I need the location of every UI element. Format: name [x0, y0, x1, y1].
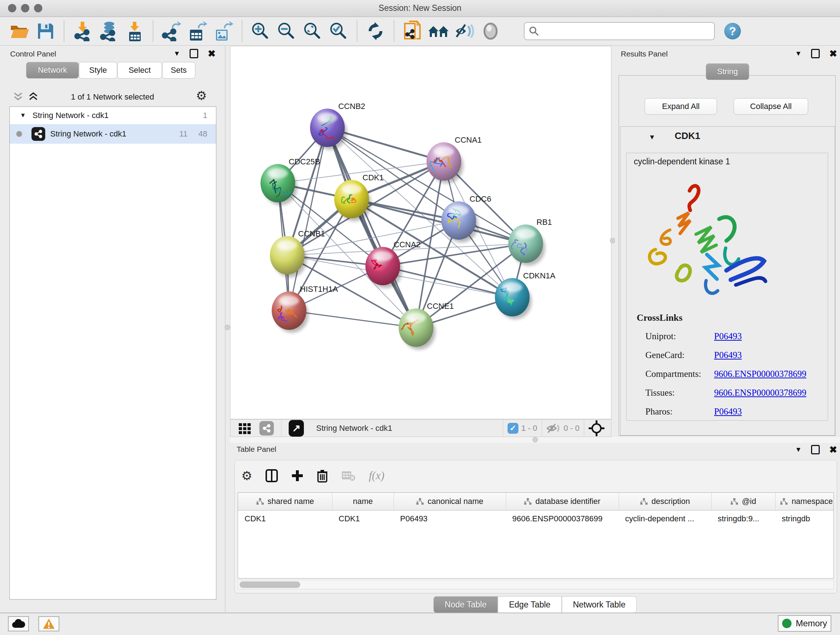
cell-database-identifier[interactable]: 9606.ENSP00000378699	[506, 510, 619, 527]
protein-description: cyclin-dependent kinase 1	[634, 157, 730, 166]
network-collection-row[interactable]: ▼ String Network - cdk1 1	[10, 107, 216, 124]
cell-canonical-name[interactable]: P06493	[393, 510, 506, 527]
tab-node-table[interactable]: Node Table	[433, 596, 498, 613]
tree-expander-icon[interactable]: ▼	[20, 112, 26, 119]
table-gear-icon[interactable]: ⚙	[241, 470, 252, 482]
search-field[interactable]	[524, 22, 715, 40]
crosslink-value-link[interactable]: P06493	[714, 331, 742, 341]
right-splitter-handle[interactable]	[610, 238, 615, 243]
export-network-button[interactable]	[160, 20, 183, 42]
network-view-canvas[interactable]: CCNB2CCNA1CDC25BCDK1CDC6RB1CCNB1CCNA2CDK…	[230, 46, 611, 419]
node-label-CDC6: CDC6	[470, 195, 491, 203]
open-session-button[interactable]	[8, 20, 31, 42]
tab-select[interactable]: Select	[117, 62, 162, 79]
zoom-fit-button[interactable]	[302, 20, 324, 42]
horizontal-splitter-handle[interactable]	[532, 437, 538, 442]
column-header-canonical-name[interactable]: canonical name	[393, 493, 506, 510]
import-network-button[interactable]	[71, 20, 94, 42]
panel-float-menu-icon[interactable]: ▼	[795, 446, 802, 454]
import-table-button[interactable]	[123, 20, 146, 42]
network-node-CCNB2[interactable]: CCNB2	[310, 102, 365, 150]
table-row[interactable]: CDK1 CDK1 P06493 9606.ENSP00000378699 cy…	[238, 510, 834, 527]
protein-expander-icon[interactable]: ▼	[649, 133, 655, 141]
cell-namespace[interactable]: stringdb	[775, 510, 834, 527]
fit-content-crosshair-icon[interactable]	[589, 420, 605, 436]
network-node-CDKN1A[interactable]: CDKN1A	[495, 271, 556, 319]
network-edge-CCNA2-CDKN1A[interactable]	[383, 266, 512, 297]
cell-name[interactable]: CDK1	[332, 510, 393, 527]
panel-minimize-icon[interactable]	[811, 445, 820, 454]
warnings-button[interactable]	[38, 616, 59, 631]
export-table-button[interactable]	[186, 20, 209, 42]
memory-button[interactable]: Memory	[778, 615, 831, 632]
string-style-icon[interactable]	[259, 421, 274, 435]
first-neighbors-button[interactable]	[427, 20, 450, 42]
panel-close-icon[interactable]: ✖	[829, 49, 837, 58]
network-node-CCNB1[interactable]: CCNB1	[270, 229, 325, 277]
delete-column-trash-icon[interactable]	[317, 469, 328, 483]
column-type-icon	[524, 498, 532, 505]
show-all-button[interactable]	[479, 20, 502, 42]
network-row[interactable]: String Network - cdk1 11 48	[10, 124, 216, 144]
zoom-selected-button[interactable]	[327, 20, 350, 42]
tab-sets[interactable]: Sets	[162, 62, 195, 79]
cloud-services-button[interactable]	[8, 616, 29, 631]
select-columns-icon[interactable]	[265, 469, 278, 483]
network-edge-CCNB2-CCNE1[interactable]	[327, 128, 416, 328]
panel-close-icon[interactable]: ✖	[208, 49, 216, 58]
apply-layout-button[interactable]	[364, 20, 387, 42]
crosslink-value-link[interactable]: 9606.ENSP00000378699	[714, 388, 806, 398]
column-header-namespace[interactable]: namespace	[775, 493, 834, 510]
network-edge-CCNB2-HIST1H1A[interactable]	[289, 128, 327, 310]
column-header-shared-name[interactable]: shared name	[238, 493, 332, 510]
cell-description[interactable]: cyclin-dependent ...	[619, 510, 711, 527]
save-session-button[interactable]	[34, 20, 57, 42]
tab-edge-table[interactable]: Edge Table	[498, 596, 562, 613]
delete-table-icon[interactable]	[341, 470, 355, 481]
selected-checkbox-icon[interactable]: ✓	[508, 423, 518, 434]
crosslink-value-link[interactable]: P06493	[714, 407, 742, 417]
column-header-description[interactable]: description	[619, 493, 711, 510]
protein-section: ▼ CDK1 cyclin-dependent kinase 1	[620, 126, 835, 435]
function-builder-icon[interactable]: f(x)	[369, 469, 384, 482]
birds-eye-grid-icon[interactable]	[238, 422, 251, 435]
network-graph[interactable]: CCNB2CCNA1CDC25BCDK1CDC6RB1CCNB1CCNA2CDK…	[231, 46, 611, 419]
search-input[interactable]	[543, 26, 710, 36]
tab-style[interactable]: Style	[79, 62, 117, 79]
tab-string-results[interactable]: String	[706, 63, 749, 80]
zoom-out-button[interactable]	[275, 20, 298, 42]
vertical-splitter-handle[interactable]	[225, 325, 230, 330]
string-import-button[interactable]	[401, 20, 424, 42]
expand-all-button[interactable]: Expand All	[645, 98, 717, 115]
network-panel-gear-icon[interactable]: ⚙	[196, 89, 207, 102]
help-button[interactable]: ?	[724, 23, 741, 40]
column-header-id[interactable]: @id	[711, 493, 775, 510]
cell-id[interactable]: stringdb:9...	[711, 510, 775, 527]
network-node-RB1[interactable]: RB1	[508, 218, 552, 266]
panel-float-menu-icon[interactable]: ▼	[795, 50, 802, 57]
export-image-button[interactable]	[212, 20, 235, 42]
panel-close-icon[interactable]: ✖	[829, 445, 837, 454]
network-node-CCNA1[interactable]: CCNA1	[426, 135, 482, 184]
zoom-in-button[interactable]	[249, 20, 272, 42]
import-network-from-database-button[interactable]	[97, 20, 120, 42]
panel-float-menu-icon[interactable]: ▼	[173, 50, 180, 57]
horizontal-splitter[interactable]	[230, 437, 840, 443]
tab-network[interactable]: Network	[26, 62, 79, 79]
open-in-window-button[interactable]: ↗	[289, 420, 304, 437]
panel-minimize-icon[interactable]	[811, 49, 820, 58]
network-node-CDC6[interactable]: CDC6	[441, 195, 491, 242]
crosslink-value-link[interactable]: 9606.ENSP00000378699	[714, 369, 806, 379]
column-header-database-identifier[interactable]: database identifier	[506, 493, 619, 510]
panel-minimize-icon[interactable]	[189, 49, 198, 58]
table-horizontal-scrollbar[interactable]	[238, 580, 834, 589]
network-node-HIST1H1A[interactable]: HIST1H1A	[272, 285, 338, 333]
add-column-icon[interactable]	[291, 470, 303, 482]
tab-network-table[interactable]: Network Table	[562, 596, 637, 613]
collapse-all-button[interactable]: Collapse All	[734, 98, 808, 115]
scrollbar-thumb[interactable]	[240, 581, 300, 588]
column-header-name[interactable]: name	[332, 493, 393, 510]
cell-shared-name[interactable]: CDK1	[238, 510, 332, 527]
crosslink-value-link[interactable]: P06493	[714, 350, 742, 360]
hide-selected-button[interactable]	[453, 20, 476, 42]
